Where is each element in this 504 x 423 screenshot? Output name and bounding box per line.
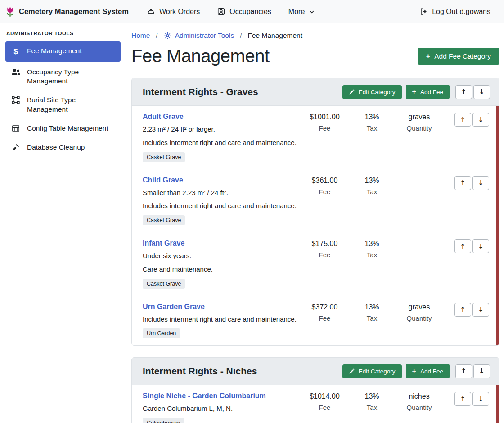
fee-description: Includes interment right and care and ma…	[143, 201, 299, 211]
fee-main: Urn Garden Grave Includes interment righ…	[143, 303, 299, 339]
nav-items: Work Orders Occupancies More	[140, 4, 321, 19]
fee-reorder-group: ↑ ↓	[454, 176, 489, 190]
fee-quantity-cell: graves Quantity	[393, 303, 445, 322]
edit-category-button[interactable]: Edit Category	[342, 364, 402, 378]
fee-tag: Casket Grave	[143, 152, 185, 162]
move-fee-down-button[interactable]: ↓	[472, 239, 489, 253]
fee-amount-cell: $1001.00 Fee	[299, 113, 351, 132]
tulip-logo-icon	[5, 6, 15, 18]
fee-name-link[interactable]: Urn Garden Grave	[143, 303, 205, 311]
category-body: Adult Grave 2.23 m² / 24 ft² or larger.I…	[132, 106, 499, 345]
fee-tag: Casket Grave	[143, 215, 185, 225]
app-brand[interactable]: Cemetery Management System	[5, 6, 129, 18]
move-fee-up-button[interactable]: ↑	[454, 113, 471, 127]
fee-description: 2.23 m² / 24 ft² or larger.	[143, 124, 299, 134]
breadcrumb-admin-tools-link[interactable]: Administrator Tools	[164, 32, 234, 40]
plus-icon: +	[426, 53, 430, 60]
fee-row: Child Grave Smaller than 2.23 m² / 24 ft…	[132, 169, 499, 232]
fee-amount-cell: $175.00 Fee	[299, 239, 351, 259]
nav-occupancies[interactable]: Occupancies	[211, 4, 278, 19]
sidebar-item-occupancy-type-management[interactable]: Occupancy Type Management	[5, 64, 121, 90]
add-fee-category-button[interactable]: + Add Fee Category	[418, 48, 500, 65]
fee-amount: $372.00	[299, 303, 351, 311]
fee-arrows: ↑ ↓	[445, 176, 494, 190]
tax-label: Tax	[351, 314, 393, 322]
fee-category-card: Interment Rights - Graves Edit Category …	[131, 78, 500, 346]
fee-tax-cell: 13% Tax	[351, 239, 393, 259]
fee-main: Single Niche - Garden Columbarium Garden…	[143, 392, 299, 423]
app-title: Cemetery Management System	[19, 7, 129, 16]
move-fee-down-button[interactable]: ↓	[472, 113, 489, 127]
fee-tax: 13%	[351, 240, 393, 248]
category-title: Interment Rights - Graves	[143, 86, 258, 97]
nav-logout[interactable]: Log Out d.gowans	[413, 4, 497, 19]
fee-arrows: ↑ ↓	[445, 392, 494, 406]
fee-quantity-cell: graves Quantity	[393, 113, 445, 132]
move-fee-up-button[interactable]: ↑	[454, 392, 471, 406]
fee-tax-cell: 13% Tax	[351, 176, 393, 196]
pencil-icon	[349, 368, 355, 374]
edit-category-label: Edit Category	[359, 368, 396, 375]
nav-work-orders[interactable]: Work Orders	[140, 4, 206, 19]
add-fee-button[interactable]: + Add Fee	[406, 364, 450, 378]
fee-main: Adult Grave 2.23 m² / 24 ft² or larger.I…	[143, 113, 299, 162]
move-fee-up-button[interactable]: ↑	[454, 239, 471, 253]
edit-category-label: Edit Category	[359, 89, 396, 96]
move-fee-down-button[interactable]: ↓	[472, 303, 489, 317]
fee-rows: Adult Grave 2.23 m² / 24 ft² or larger.I…	[132, 106, 499, 345]
nav-occupancies-label: Occupancies	[230, 8, 271, 16]
scrollbar[interactable]	[496, 106, 499, 345]
broom-icon	[11, 143, 21, 151]
tax-label: Tax	[351, 251, 393, 259]
fee-tax: 13%	[351, 392, 393, 400]
quantity-label: Quantity	[393, 314, 445, 322]
category-list: Interment Rights - Graves Edit Category …	[131, 78, 500, 423]
tax-label: Tax	[351, 124, 393, 132]
fee-reorder-group: ↑ ↓	[454, 113, 489, 127]
fee-label: Fee	[299, 314, 351, 322]
fee-main: Child Grave Smaller than 2.23 m² / 24 ft…	[143, 176, 299, 226]
breadcrumb-home-link[interactable]: Home	[131, 32, 150, 40]
sidebar-item-fee-management[interactable]: $ Fee Management	[5, 41, 121, 62]
fee-rows: Single Niche - Garden Columbarium Garden…	[132, 385, 499, 423]
nav-more[interactable]: More	[282, 4, 321, 19]
main-content: Home / Administrator Tools / Fee Managem…	[126, 23, 504, 423]
fee-quantity-cell: niches Quantity	[393, 392, 445, 411]
fee-description: Includes interment right and care and ma…	[143, 138, 299, 148]
category-reorder-group: ↑ ↓	[455, 364, 490, 378]
fee-category-card: Interment Rights - Niches Edit Category …	[131, 357, 500, 423]
fee-amount: $1014.00	[299, 392, 351, 400]
fee-name-link[interactable]: Infant Grave	[143, 239, 184, 247]
sidebar-item-database-cleanup[interactable]: Database Cleanup	[5, 139, 121, 156]
fee-tax: 13%	[351, 303, 393, 311]
move-fee-up-button[interactable]: ↑	[454, 176, 471, 190]
move-category-up-button[interactable]: ↑	[455, 85, 472, 99]
fee-reorder-group: ↑ ↓	[454, 239, 489, 253]
tax-label: Tax	[351, 404, 393, 411]
sidebar-item-label: Occupancy Type Management	[27, 68, 115, 86]
move-category-down-button[interactable]: ↓	[473, 85, 490, 99]
add-fee-button[interactable]: + Add Fee	[406, 85, 450, 99]
top-navbar: Cemetery Management System Work Orders O…	[0, 0, 504, 23]
move-category-down-button[interactable]: ↓	[473, 364, 490, 378]
add-fee-label: Add Fee	[420, 89, 443, 96]
sidebar-heading: ADMINISTRATOR TOOLS	[6, 31, 121, 36]
sidebar-item-burial-site-type-management[interactable]: Burial Site Type Management	[5, 91, 121, 118]
category-actions: Edit Category + Add Fee ↑ ↓	[342, 85, 490, 99]
edit-category-button[interactable]: Edit Category	[342, 85, 402, 99]
move-fee-up-button[interactable]: ↑	[454, 303, 471, 317]
breadcrumb-admin-tools-label: Administrator Tools	[175, 32, 234, 40]
fee-descriptions: 2.23 m² / 24 ft² or larger.Includes inte…	[143, 124, 299, 148]
move-category-up-button[interactable]: ↑	[455, 364, 472, 378]
quantity-label: Quantity	[393, 124, 445, 132]
fee-name-link[interactable]: Single Niche - Garden Columbarium	[143, 392, 266, 400]
move-fee-down-button[interactable]: ↓	[472, 392, 489, 406]
fee-name-link[interactable]: Child Grave	[143, 176, 183, 184]
chevron-down-icon	[309, 9, 315, 15]
fee-name-link[interactable]: Adult Grave	[143, 113, 184, 121]
fee-row: Urn Garden Grave Includes interment righ…	[132, 296, 499, 346]
scrollbar[interactable]	[496, 385, 499, 423]
move-fee-down-button[interactable]: ↓	[472, 176, 489, 190]
sidebar-item-config-table-management[interactable]: Config Table Management	[5, 120, 121, 137]
add-fee-label: Add Fee	[420, 368, 443, 375]
